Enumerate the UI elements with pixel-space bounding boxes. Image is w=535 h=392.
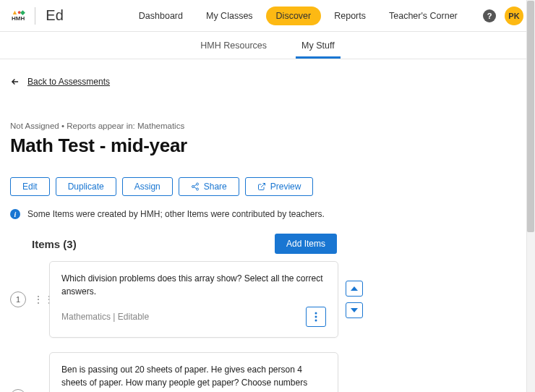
info-banner-text: Some Items were created by HMH; other It…	[27, 209, 325, 219]
back-link[interactable]: Back to Assessments	[10, 77, 525, 87]
external-link-icon	[257, 182, 266, 191]
chevron-down-icon	[351, 308, 358, 312]
item-number: 2	[10, 389, 26, 392]
nav-my-classes[interactable]: My Classes	[196, 7, 263, 25]
svg-point-2	[196, 188, 198, 190]
assessment-meta: Not Assigned • Reports appear in: Mathem…	[10, 122, 525, 130]
help-icon[interactable]: ?	[483, 9, 496, 22]
share-icon	[191, 182, 200, 191]
subnav-hmh-resources[interactable]: HMH Resources	[197, 33, 270, 58]
move-down-button[interactable]	[346, 302, 363, 318]
item-tags: Mathematics | Editable	[61, 312, 149, 322]
items-section: Items (3) Add Items 1 ⋮⋮ Which division …	[10, 234, 525, 392]
chevron-up-icon	[351, 286, 358, 291]
svg-point-5	[315, 320, 317, 322]
svg-point-1	[192, 186, 194, 188]
nav-dashboard[interactable]: Dashboard	[129, 7, 193, 25]
item-question: Ben is passing out 20 sheets of paper. H…	[61, 363, 326, 392]
action-row: Edit Duplicate Assign Share Preview	[10, 177, 525, 196]
svg-point-3	[315, 312, 317, 315]
item-row: 2 ⋮⋮ Ben is passing out 20 sheets of pap…	[32, 352, 525, 392]
drag-handle-icon[interactable]: ⋮⋮	[33, 294, 42, 304]
preview-button[interactable]: Preview	[245, 177, 314, 196]
brand-divider	[35, 7, 35, 25]
brand-name: Ed	[46, 7, 63, 24]
items-title: Items (3)	[32, 238, 77, 250]
svg-point-0	[196, 183, 198, 185]
page-title: Math Test - mid-year	[10, 135, 525, 157]
top-nav: ▲●◆ HMH Ed Dashboard My Classes Discover…	[0, 0, 535, 32]
brand-logo: ▲●◆ HMH	[12, 9, 25, 22]
svg-point-4	[315, 316, 317, 318]
item-menu-button[interactable]	[306, 307, 326, 327]
assign-button[interactable]: Assign	[122, 177, 173, 196]
item-card[interactable]: Ben is passing out 20 sheets of paper. H…	[49, 352, 338, 392]
primary-nav: Dashboard My Classes Discover Reports Te…	[129, 7, 468, 25]
sub-nav: HMH Resources My Stuff	[0, 32, 535, 59]
item-row: 1 ⋮⋮ Which division problems does this a…	[32, 261, 525, 338]
avatar[interactable]: PK	[505, 7, 523, 25]
edit-button[interactable]: Edit	[10, 177, 50, 196]
back-arrow-icon	[10, 77, 20, 87]
item-question: Which division problems does this array …	[61, 272, 326, 298]
item-number: 1	[10, 291, 26, 307]
duplicate-button[interactable]: Duplicate	[56, 177, 116, 196]
item-card[interactable]: Which division problems does this array …	[49, 261, 338, 338]
nav-teachers-corner[interactable]: Teacher's Corner	[379, 7, 468, 25]
move-up-button[interactable]	[346, 281, 363, 297]
nav-discover[interactable]: Discover	[266, 7, 322, 25]
scrollbar-thumb[interactable]	[527, 1, 534, 232]
back-link-label: Back to Assessments	[27, 77, 110, 87]
main-content: Back to Assessments Not Assigned • Repor…	[0, 59, 535, 392]
add-items-button[interactable]: Add Items	[275, 234, 337, 254]
subnav-my-stuff[interactable]: My Stuff	[299, 33, 338, 58]
kebab-icon	[314, 312, 317, 322]
info-icon: i	[10, 209, 20, 219]
info-banner: i Some Items were created by HMH; other …	[10, 209, 525, 219]
scrollbar[interactable]	[526, 0, 535, 392]
reorder-controls	[346, 281, 363, 318]
nav-reports[interactable]: Reports	[324, 7, 376, 25]
brand[interactable]: ▲●◆ HMH Ed	[12, 7, 64, 25]
share-button[interactable]: Share	[179, 177, 239, 196]
